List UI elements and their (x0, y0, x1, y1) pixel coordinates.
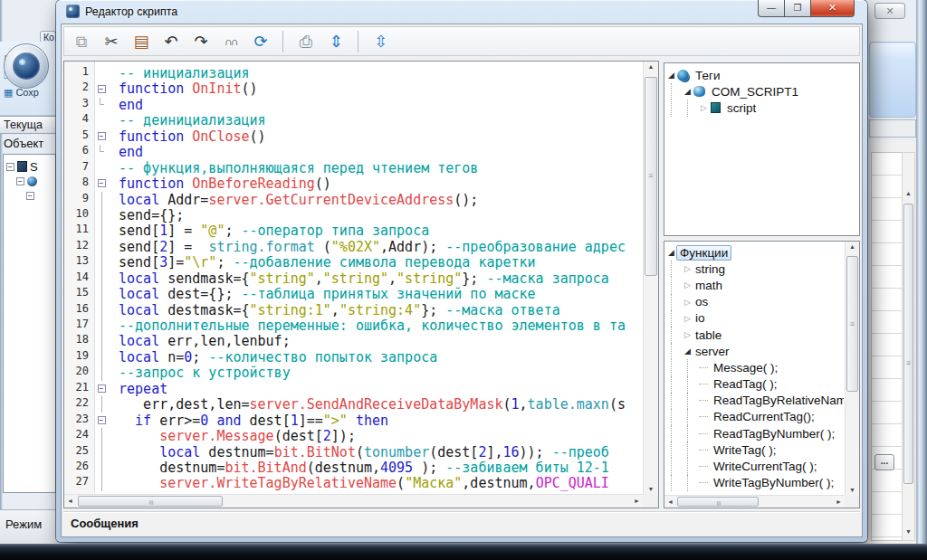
editor-horizontal-scrollbar[interactable]: ◄ ≡ ► (64, 494, 643, 508)
close-button[interactable]: ✕ (811, 0, 855, 17)
cut-button[interactable]: ✂ (99, 29, 124, 54)
more-button[interactable]: ... (874, 454, 894, 470)
redo-button[interactable]: ↷ (188, 29, 214, 54)
scroll-left-icon[interactable]: ◄ (67, 495, 73, 508)
expander-closed-icon[interactable]: ▷ (683, 264, 693, 273)
scrollbar-thumb[interactable]: ≡ (846, 256, 858, 392)
code-segment: 1 (511, 396, 520, 413)
scrollbar-thumb[interactable]: ≡ (903, 204, 913, 484)
fold-marker[interactable]: − (95, 381, 108, 396)
tree-item-s[interactable]: −S (4, 159, 55, 174)
fold-collapse-icon[interactable]: − (98, 132, 106, 140)
expander-closed-icon[interactable]: ▷ (699, 103, 709, 112)
fold-line (101, 223, 102, 238)
fold-collapse-icon[interactable]: − (98, 384, 106, 393)
expander-open-icon[interactable]: ◢ (666, 71, 676, 80)
verify-button[interactable]: ⎙ (293, 29, 319, 54)
tags-grid-scrollbar[interactable]: ▲ ≡ ▼ (902, 152, 915, 541)
scroll-up-icon[interactable]: ▲ (846, 243, 859, 250)
scroll-down-icon[interactable]: ▼ (903, 526, 913, 538)
collapse-icon[interactable]: − (16, 177, 24, 185)
tags-grid[interactable] (871, 152, 902, 541)
code-segment: "\r" (184, 254, 216, 271)
tree-guide (687, 441, 699, 458)
paste-button[interactable]: ▤ (129, 29, 154, 54)
tree-item-node[interactable]: − (4, 174, 55, 188)
app-orb-button[interactable] (4, 43, 49, 89)
tree-item-math[interactable]: ▷math (666, 277, 844, 293)
functions-horizontal-scrollbar[interactable]: ◄ ≡ ► (664, 495, 845, 508)
code-fold-column[interactable]: −−−−− (95, 62, 108, 494)
tree-item-string[interactable]: ▷string (666, 261, 844, 277)
tree-item-node[interactable]: − (4, 188, 55, 203)
fit-vertical-button[interactable]: ⇳ (368, 29, 394, 54)
tree-item-writetag[interactable]: WriteTag( ); (666, 441, 844, 458)
code-segment: ( (315, 239, 331, 255)
tree-item-writecurrenttag[interactable]: WriteCurrentTag( ); (666, 458, 844, 474)
scroll-up-icon[interactable]: ▲ (903, 187, 913, 200)
code-segment: ,Addr); (380, 239, 445, 255)
tree-item-readcurrenttag[interactable]: ReadCurrentTag(); (666, 409, 844, 425)
collapse-icon[interactable]: − (6, 163, 14, 171)
tree-item-readtagbyrelativename[interactable]: ReadTagByRelativeName( ); (666, 393, 844, 409)
tree-leaf-dash-icon (699, 384, 708, 384)
fold-collapse-icon[interactable]: − (98, 85, 106, 93)
scrollbar-thumb[interactable]: ≡ (677, 497, 759, 507)
expander-open-icon[interactable]: ◢ (683, 87, 693, 96)
tree-item-readtagbynumber[interactable]: ReadTagByNumber( ); (666, 425, 844, 441)
expander-open-icon[interactable]: ◢ (683, 346, 693, 356)
scroll-left-icon[interactable]: ◄ (667, 496, 674, 508)
tree-item-label: math (693, 279, 725, 292)
scroll-down-icon[interactable]: ▼ (846, 487, 859, 493)
tree-item-функции[interactable]: ◢Функции (666, 244, 844, 261)
tree-item-readtag[interactable]: ReadTag( ); (666, 376, 844, 393)
find-button[interactable]: ∩∩ (218, 29, 244, 54)
main-window-close-button[interactable]: ✕ (874, 3, 905, 19)
minimize-button[interactable]: — (758, 0, 785, 17)
functions-vertical-scrollbar[interactable]: ▲ ≡ ▼ (845, 242, 859, 495)
fold-marker[interactable]: − (95, 128, 108, 144)
expander-closed-icon[interactable]: ▷ (683, 330, 693, 339)
scrollbar-thumb[interactable]: ≡ (78, 496, 223, 507)
undo-button[interactable]: ↶ (158, 29, 184, 54)
tree-item-writetagbynumber[interactable]: WriteTagByNumber( ); (666, 475, 844, 491)
fold-marker[interactable]: − (95, 81, 108, 96)
scroll-up-icon[interactable]: ▲ (644, 63, 658, 70)
editor-vertical-scrollbar[interactable]: ▲ ≡ ▼ (643, 62, 658, 494)
expander-closed-icon[interactable]: ▷ (683, 298, 693, 307)
scroll-right-icon[interactable]: ► (634, 495, 640, 508)
copy-button[interactable]: ⧉ (69, 29, 94, 54)
tree-item-server[interactable]: ◢server (666, 343, 844, 359)
expander-open-icon[interactable]: ◢ (666, 248, 676, 257)
tree-item-теги[interactable]: ◢Теги (666, 67, 857, 83)
fold-marker[interactable]: − (95, 413, 108, 428)
scroll-right-icon[interactable]: ► (836, 496, 842, 508)
tree-item-message[interactable]: Message( ); (666, 359, 844, 375)
code-segment: local (110, 192, 159, 208)
scroll-down-icon[interactable]: ▼ (644, 486, 658, 492)
dialog-titlebar[interactable]: Редактор скрипта — ❐ ✕ (56, 0, 867, 24)
objects-tree[interactable]: −S−− (3, 154, 56, 493)
refresh-button[interactable]: ⟳ (248, 29, 273, 54)
tree-guide (687, 425, 699, 441)
tree-item-io[interactable]: ▷io (666, 310, 844, 327)
expand-vertical-button[interactable]: ⇕ (323, 29, 349, 54)
line-number: 3 (64, 97, 94, 112)
fold-marker[interactable]: − (95, 176, 108, 191)
code-editor[interactable]: 1234567891011121314151617181920212223242… (63, 61, 659, 508)
tree-item-os[interactable]: ▷os (666, 294, 844, 310)
code-text-area[interactable]: -- инициализация function OnInit() end -… (108, 62, 643, 494)
fold-marker (95, 318, 108, 333)
tree-item-table[interactable]: ▷table (666, 327, 844, 343)
tree-item-com-script1[interactable]: ◢COM_SCRIPT1 (666, 83, 857, 100)
tree-item-script[interactable]: ▷script (666, 100, 857, 116)
expander-closed-icon[interactable]: ▷ (683, 280, 693, 289)
scrollbar-thumb[interactable]: ≡ (645, 77, 657, 276)
collapse-icon[interactable]: − (26, 192, 34, 200)
taskbar[interactable] (0, 544, 927, 560)
code-segment: end (110, 144, 143, 160)
fold-collapse-icon[interactable]: − (98, 416, 106, 424)
expander-closed-icon[interactable]: ▷ (683, 314, 693, 323)
fold-collapse-icon[interactable]: − (98, 179, 106, 187)
maximize-button[interactable]: ❐ (785, 0, 811, 17)
